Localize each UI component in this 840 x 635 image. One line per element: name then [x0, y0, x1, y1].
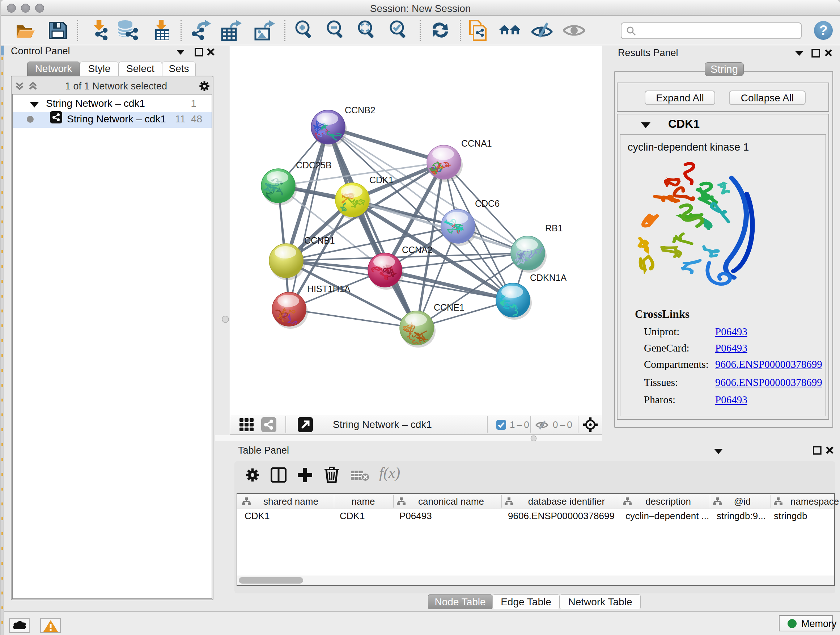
svg-text:RB1: RB1 — [545, 223, 563, 233]
svg-text:CCNB1: CCNB1 — [304, 235, 335, 245]
svg-text:CDK1: CDK1 — [369, 175, 393, 185]
svg-text:HIST1H1A: HIST1H1A — [307, 284, 351, 294]
svg-text:CDKN1A: CDKN1A — [530, 272, 567, 283]
svg-text:CCNA2: CCNA2 — [402, 245, 433, 255]
svg-text:CDC6: CDC6 — [475, 198, 500, 209]
svg-text:CCNA1: CCNA1 — [461, 138, 492, 149]
svg-text:CCNE1: CCNE1 — [434, 302, 464, 312]
svg-text:CCNB2: CCNB2 — [345, 105, 376, 115]
svg-text:CDC25B: CDC25B — [296, 160, 332, 170]
